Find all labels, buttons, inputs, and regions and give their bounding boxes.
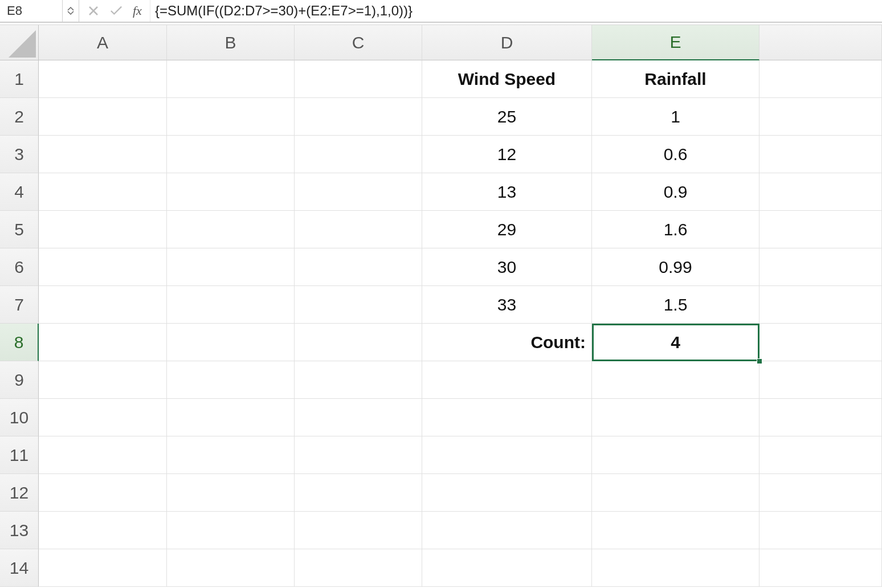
cell-B3[interactable] — [167, 136, 295, 173]
cell-C14[interactable] — [295, 549, 422, 587]
cell-C8[interactable] — [295, 324, 422, 361]
cell-E14[interactable] — [592, 549, 760, 587]
cell-F3[interactable] — [760, 136, 882, 173]
cell-F4[interactable] — [760, 173, 882, 211]
cell-B7[interactable] — [167, 286, 295, 324]
cell-B1[interactable] — [167, 60, 295, 98]
row-header-9[interactable]: 9 — [0, 361, 39, 399]
cell-B11[interactable] — [167, 436, 295, 474]
cell-D13[interactable] — [422, 512, 592, 549]
col-header-F[interactable] — [760, 25, 882, 60]
cell-D3[interactable]: 12 — [422, 136, 592, 173]
cell-B2[interactable] — [167, 98, 295, 136]
row-header-8[interactable]: 8 — [0, 324, 39, 361]
row-header-4[interactable]: 4 — [0, 173, 39, 211]
cell-D4[interactable]: 13 — [422, 173, 592, 211]
row-header-14[interactable]: 14 — [0, 549, 39, 587]
col-header-C[interactable]: C — [295, 25, 422, 60]
cell-A3[interactable] — [39, 136, 167, 173]
cell-E3[interactable]: 0.6 — [592, 136, 760, 173]
cell-D11[interactable] — [422, 436, 592, 474]
cell-C5[interactable] — [295, 211, 422, 248]
cell-A1[interactable] — [39, 60, 167, 98]
cell-F2[interactable] — [760, 98, 882, 136]
cell-D2[interactable]: 25 — [422, 98, 592, 136]
cell-C2[interactable] — [295, 98, 422, 136]
cell-C10[interactable] — [295, 399, 422, 436]
cell-C6[interactable] — [295, 248, 422, 286]
cell-A5[interactable] — [39, 211, 167, 248]
cell-D5[interactable]: 29 — [422, 211, 592, 248]
cell-D12[interactable] — [422, 474, 592, 512]
cell-E9[interactable] — [592, 361, 760, 399]
cell-A10[interactable] — [39, 399, 167, 436]
cell-D7[interactable]: 33 — [422, 286, 592, 324]
cell-E12[interactable] — [592, 474, 760, 512]
cell-B14[interactable] — [167, 549, 295, 587]
cell-F11[interactable] — [760, 436, 882, 474]
cell-A6[interactable] — [39, 248, 167, 286]
cell-F10[interactable] — [760, 399, 882, 436]
cell-B13[interactable] — [167, 512, 295, 549]
row-header-2[interactable]: 2 — [0, 98, 39, 136]
cell-E6[interactable]: 0.99 — [592, 248, 760, 286]
cell-E7[interactable]: 1.5 — [592, 286, 760, 324]
cell-C7[interactable] — [295, 286, 422, 324]
fill-handle[interactable] — [757, 358, 762, 364]
row-header-1[interactable]: 1 — [0, 60, 39, 98]
cell-E13[interactable] — [592, 512, 760, 549]
col-header-D[interactable]: D — [422, 25, 592, 60]
cell-A11[interactable] — [39, 436, 167, 474]
row-header-5[interactable]: 5 — [0, 211, 39, 248]
cell-B9[interactable] — [167, 361, 295, 399]
row-header-12[interactable]: 12 — [0, 474, 39, 512]
cell-D9[interactable] — [422, 361, 592, 399]
cell-A7[interactable] — [39, 286, 167, 324]
cell-F7[interactable] — [760, 286, 882, 324]
row-header-6[interactable]: 6 — [0, 248, 39, 286]
cell-A8[interactable] — [39, 324, 167, 361]
cell-E5[interactable]: 1.6 — [592, 211, 760, 248]
cell-A4[interactable] — [39, 173, 167, 211]
cell-F6[interactable] — [760, 248, 882, 286]
cell-A14[interactable] — [39, 549, 167, 587]
cell-D10[interactable] — [422, 399, 592, 436]
cell-A13[interactable] — [39, 512, 167, 549]
cell-F8[interactable] — [760, 324, 882, 361]
cell-B6[interactable] — [167, 248, 295, 286]
row-header-3[interactable]: 3 — [0, 136, 39, 173]
formula-input[interactable]: {=SUM(IF((D2:D7>=30)+(E2:E7>=1),1,0))} — [150, 0, 882, 22]
cell-E1[interactable]: Rainfall — [592, 60, 760, 98]
cell-B5[interactable] — [167, 211, 295, 248]
select-all-corner[interactable] — [0, 25, 39, 60]
cell-F5[interactable] — [760, 211, 882, 248]
cell-B10[interactable] — [167, 399, 295, 436]
cell-C1[interactable] — [295, 60, 422, 98]
cell-A9[interactable] — [39, 361, 167, 399]
cell-A12[interactable] — [39, 474, 167, 512]
name-box[interactable]: E8 — [0, 0, 63, 22]
col-header-E[interactable]: E — [592, 25, 760, 60]
row-header-11[interactable]: 11 — [0, 436, 39, 474]
cell-B4[interactable] — [167, 173, 295, 211]
cell-E4[interactable]: 0.9 — [592, 173, 760, 211]
cell-F13[interactable] — [760, 512, 882, 549]
row-header-10[interactable]: 10 — [0, 399, 39, 436]
cell-C4[interactable] — [295, 173, 422, 211]
cell-D14[interactable] — [422, 549, 592, 587]
cell-D1[interactable]: Wind Speed — [422, 60, 592, 98]
cell-F12[interactable] — [760, 474, 882, 512]
cell-C9[interactable] — [295, 361, 422, 399]
cell-E8[interactable]: 4 — [592, 324, 760, 361]
row-header-13[interactable]: 13 — [0, 512, 39, 549]
cell-A2[interactable] — [39, 98, 167, 136]
cell-E2[interactable]: 1 — [592, 98, 760, 136]
col-header-A[interactable]: A — [39, 25, 167, 60]
cell-B8[interactable] — [167, 324, 295, 361]
cell-C3[interactable] — [295, 136, 422, 173]
cell-F14[interactable] — [760, 549, 882, 587]
cell-F9[interactable] — [760, 361, 882, 399]
confirm-icon[interactable] — [110, 5, 122, 17]
cell-C12[interactable] — [295, 474, 422, 512]
cell-D8[interactable]: Count: — [422, 324, 592, 361]
